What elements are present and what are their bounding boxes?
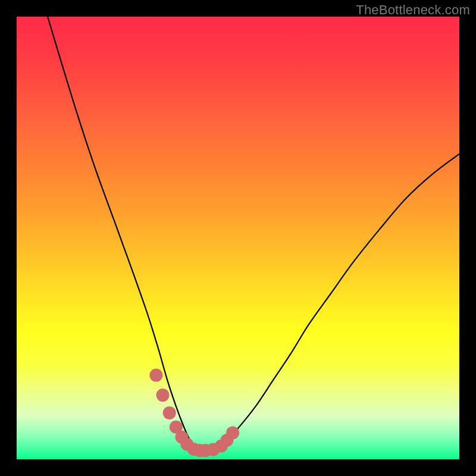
watermark-text: TheBottleneck.com [356,2,470,18]
curve-path [48,17,459,452]
chart-svg [17,17,459,459]
marker-dot [226,426,239,439]
marker-dot [149,369,162,382]
marker-dots-group [149,369,239,458]
chart-stage: TheBottleneck.com [0,0,476,476]
marker-dot [163,406,176,419]
marker-dot [156,389,170,402]
